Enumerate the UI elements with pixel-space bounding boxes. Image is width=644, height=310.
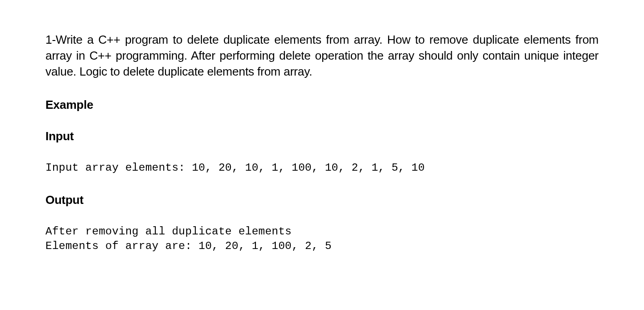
input-heading: Input xyxy=(45,129,599,143)
output-text: After removing all duplicate elements El… xyxy=(45,224,599,254)
problem-statement: 1-Write a C++ program to delete duplicat… xyxy=(45,32,599,80)
example-heading: Example xyxy=(45,98,599,112)
output-heading: Output xyxy=(45,193,599,207)
input-text: Input array elements: 10, 20, 10, 1, 100… xyxy=(45,161,599,175)
